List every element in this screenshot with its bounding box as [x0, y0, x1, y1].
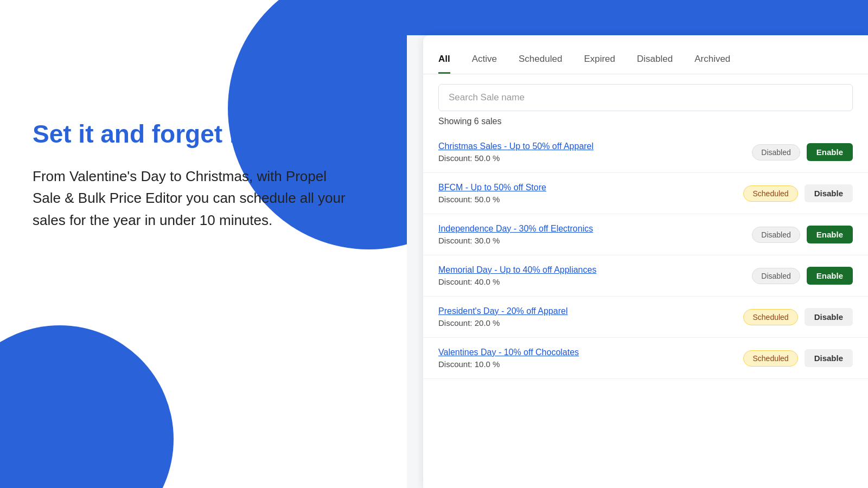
sale-discount: Discount: 40.0 %: [438, 277, 752, 286]
tabs-bar: All Active Scheduled Expired Disabled Ar…: [423, 35, 868, 74]
sale-info: Independence Day - 30% off ElectronicsDi…: [438, 224, 752, 245]
showing-count: Showing 6 sales: [438, 117, 853, 126]
body-text: From Valentine's Day to Christmas, with …: [33, 165, 347, 231]
tab-archived[interactable]: Archived: [694, 54, 730, 74]
search-input[interactable]: Search Sale name: [438, 84, 853, 111]
status-badge: Disabled: [752, 268, 800, 284]
left-content: Set it and forget it From Valentine's Da…: [33, 119, 347, 231]
table-row: Christmas Sales - Up to 50% off ApparelD…: [423, 132, 868, 173]
sale-actions: ScheduledDisable: [743, 349, 853, 367]
arc-bottom-decoration: [0, 325, 174, 488]
sale-name[interactable]: Independence Day - 30% off Electronics: [438, 224, 752, 234]
sale-discount: Discount: 10.0 %: [438, 359, 743, 369]
left-panel: Set it and forget it From Valentine's Da…: [0, 0, 412, 488]
sale-name[interactable]: President's Day - 20% off Apparel: [438, 306, 743, 316]
sale-info: Valentines Day - 10% off ChocolatesDisco…: [438, 348, 743, 369]
table-row: Valentines Day - 10% off ChocolatesDisco…: [423, 338, 868, 379]
disable-button[interactable]: Disable: [805, 349, 853, 367]
sale-name[interactable]: Valentines Day - 10% off Chocolates: [438, 348, 743, 357]
table-row: Memorial Day - Up to 40% off AppliancesD…: [423, 255, 868, 297]
right-panel: All Active Scheduled Expired Disabled Ar…: [407, 0, 868, 488]
sale-name[interactable]: Memorial Day - Up to 40% off Appliances: [438, 265, 752, 275]
table-row: Independence Day - 30% off ElectronicsDi…: [423, 214, 868, 255]
sale-list: Christmas Sales - Up to 50% off ApparelD…: [423, 132, 868, 379]
sale-actions: DisabledEnable: [752, 267, 853, 285]
status-badge: Scheduled: [743, 309, 797, 325]
sale-discount: Discount: 50.0 %: [438, 195, 743, 204]
sale-actions: DisabledEnable: [752, 143, 853, 161]
sale-actions: DisabledEnable: [752, 226, 853, 243]
status-badge: Disabled: [752, 144, 800, 160]
enable-button[interactable]: Enable: [807, 143, 853, 161]
sale-name[interactable]: BFCM - Up to 50% off Store: [438, 183, 743, 192]
enable-button[interactable]: Enable: [807, 226, 853, 243]
headline: Set it and forget it: [33, 119, 347, 149]
sale-discount: Discount: 20.0 %: [438, 318, 743, 328]
status-badge: Disabled: [752, 227, 800, 243]
tab-active[interactable]: Active: [472, 54, 497, 74]
sale-actions: ScheduledDisable: [743, 308, 853, 326]
sale-info: Christmas Sales - Up to 50% off ApparelD…: [438, 142, 752, 163]
blue-header: [407, 0, 868, 35]
tab-disabled[interactable]: Disabled: [637, 54, 673, 74]
disable-button[interactable]: Disable: [805, 184, 853, 202]
sale-discount: Discount: 30.0 %: [438, 236, 752, 245]
status-badge: Scheduled: [743, 350, 797, 367]
sale-actions: ScheduledDisable: [743, 184, 853, 202]
tab-scheduled[interactable]: Scheduled: [519, 54, 562, 74]
enable-button[interactable]: Enable: [807, 267, 853, 285]
tab-expired[interactable]: Expired: [584, 54, 615, 74]
table-row: BFCM - Up to 50% off StoreDiscount: 50.0…: [423, 173, 868, 214]
status-badge: Scheduled: [743, 185, 797, 202]
sale-info: BFCM - Up to 50% off StoreDiscount: 50.0…: [438, 183, 743, 204]
sale-info: Memorial Day - Up to 40% off AppliancesD…: [438, 265, 752, 286]
sale-discount: Discount: 50.0 %: [438, 153, 752, 163]
sale-name[interactable]: Christmas Sales - Up to 50% off Apparel: [438, 142, 752, 151]
tab-all[interactable]: All: [438, 54, 450, 74]
sale-info: President's Day - 20% off ApparelDiscoun…: [438, 306, 743, 328]
main-card: All Active Scheduled Expired Disabled Ar…: [423, 35, 868, 488]
disable-button[interactable]: Disable: [805, 308, 853, 326]
table-row: President's Day - 20% off ApparelDiscoun…: [423, 297, 868, 338]
